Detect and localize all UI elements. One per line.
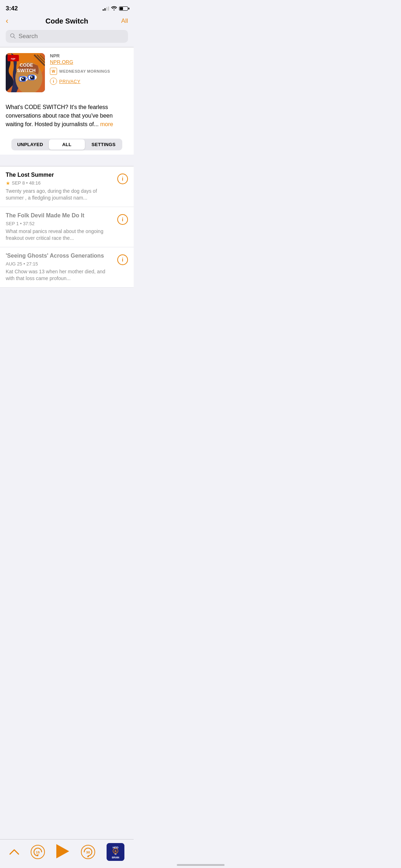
svg-point-7 xyxy=(22,78,24,79)
episode-content: The Lost Summer ★ SEP 8 • 48:16 Twenty y… xyxy=(6,171,113,202)
episode-description: What moral panics reveal about the ongoi… xyxy=(6,228,113,242)
status-icons xyxy=(103,6,128,11)
schedule-row: W WEDNESDAY MORNINGS xyxy=(50,68,128,75)
episode-title: 'Seeing Ghosts' Across Generations xyxy=(6,252,113,260)
podcast-top-row: npr CODE SW!TCH NPR NPR.ORG W xyxy=(6,53,128,92)
more-link[interactable]: more xyxy=(100,121,113,127)
episode-date: SEP 1 • 37:52 xyxy=(6,221,35,226)
episode-info-button[interactable]: i xyxy=(117,174,128,184)
episode-info-button[interactable]: i xyxy=(117,254,128,265)
list-item: 'Seeing Ghosts' Across Generations AUG 2… xyxy=(0,247,134,288)
episode-date: SEP 8 • 48:16 xyxy=(12,180,41,186)
episode-meta: AUG 25 • 27:15 xyxy=(6,261,113,267)
episodes-section: The Lost Summer ★ SEP 8 • 48:16 Twenty y… xyxy=(0,155,134,323)
segment-tabs: UNPLAYED ALL SETTINGS xyxy=(11,139,122,150)
page-title: Code Switch xyxy=(16,17,117,25)
episode-meta: ★ SEP 8 • 48:16 xyxy=(6,180,113,186)
svg-text:npr: npr xyxy=(11,57,16,60)
podcast-details: npr CODE SW!TCH NPR NPR.ORG W xyxy=(0,47,134,103)
episode-date: AUG 25 • 27:15 xyxy=(6,261,38,267)
episode-content: The Folk Devil Made Me Do It SEP 1 • 37:… xyxy=(6,212,113,242)
battery-icon xyxy=(119,6,128,11)
podcast-info-section: npr CODE SW!TCH NPR NPR.ORG W xyxy=(0,47,134,155)
back-button[interactable]: ‹ xyxy=(6,16,16,26)
podcast-artwork: npr CODE SW!TCH xyxy=(6,53,45,92)
wifi-icon xyxy=(111,6,117,11)
schedule-icon: W xyxy=(50,68,57,75)
episode-meta: SEP 1 • 37:52 xyxy=(6,221,113,226)
episode-content: 'Seeing Ghosts' Across Generations AUG 2… xyxy=(6,252,113,282)
status-bar: 3:42 xyxy=(0,0,134,14)
podcast-network: NPR xyxy=(50,53,128,58)
list-item: The Lost Summer ★ SEP 8 • 48:16 Twenty y… xyxy=(0,166,134,207)
all-button[interactable]: All xyxy=(117,17,128,25)
search-icon xyxy=(10,33,16,40)
page-header: ‹ Code Switch All xyxy=(0,14,134,30)
episode-info-button[interactable]: i xyxy=(117,214,128,225)
podcast-description: What's CODE SWITCH? It's the fearless co… xyxy=(0,103,134,134)
star-icon: ★ xyxy=(6,180,10,186)
privacy-icon: i xyxy=(50,78,57,85)
status-time: 3:42 xyxy=(6,5,18,12)
svg-text:CODE: CODE xyxy=(20,62,33,68)
podcast-url-link[interactable]: NPR.ORG xyxy=(50,59,128,65)
episode-description: Kat Chow was 13 when her mother died, an… xyxy=(6,268,113,282)
podcast-meta: NPR NPR.ORG W WEDNESDAY MORNINGS i PRIVA… xyxy=(50,53,128,85)
svg-text:SW!TCH: SW!TCH xyxy=(17,68,36,73)
signal-icon xyxy=(103,6,109,11)
schedule-text: WEDNESDAY MORNINGS xyxy=(59,69,110,73)
privacy-label: PRIVACY xyxy=(59,79,81,84)
episode-title: The Folk Devil Made Me Do It xyxy=(6,212,113,219)
list-item: The Folk Devil Made Me Do It SEP 1 • 37:… xyxy=(0,207,134,247)
episode-title: The Lost Summer xyxy=(6,171,113,179)
tab-settings[interactable]: SETTINGS xyxy=(86,139,122,150)
tab-unplayed[interactable]: UNPLAYED xyxy=(12,139,48,150)
svg-point-10 xyxy=(31,76,32,78)
search-container xyxy=(0,30,134,47)
tabs-wrapper: UNPLAYED ALL SETTINGS xyxy=(0,134,134,155)
episode-description: Twenty years ago, during the dog days of… xyxy=(6,188,113,202)
search-input[interactable] xyxy=(19,33,124,40)
search-bar[interactable] xyxy=(6,30,128,43)
tab-all[interactable]: ALL xyxy=(49,139,85,150)
svg-line-1 xyxy=(14,37,15,38)
privacy-row[interactable]: i PRIVACY xyxy=(50,78,128,85)
